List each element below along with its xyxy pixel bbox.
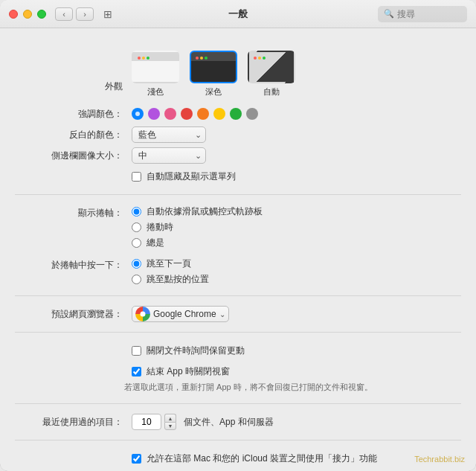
search-box[interactable]: 🔍: [378, 6, 467, 22]
scrollbar-scroll-row: 捲動時: [132, 221, 263, 234]
appearance-light[interactable]: 淺色: [132, 51, 179, 97]
browser-chevron-icon: ⌄: [219, 310, 225, 318]
auto-hide-menu-checkbox-row: 自動隱藏及顯示選單列: [132, 169, 236, 185]
default-browser-label: 預設網頁瀏覽器：: [15, 308, 123, 321]
accent-red[interactable]: [181, 108, 193, 120]
back-button[interactable]: ‹: [55, 7, 73, 21]
handoff-row: 允許在這部 Mac 和您的 iCloud 裝置之間使用「接力」功能: [0, 448, 476, 469]
stepper-down-button[interactable]: ▼: [164, 422, 176, 430]
appearance-dark-label: 深色: [205, 86, 222, 97]
show-scrollbars-label: 顯示捲軸：: [15, 205, 123, 220]
recent-items-input[interactable]: [132, 414, 161, 430]
show-scrollbars-options: 自動依據滑鼠或觸控式軌跡板 捲動時 總是: [132, 205, 263, 249]
minimize-button[interactable]: [23, 10, 32, 19]
divider-1: [15, 194, 461, 195]
sidebar-size-row: 側邊欄圖像大小： 中: [0, 145, 476, 166]
scrollbar-auto-radio[interactable]: [132, 207, 141, 217]
accent-orange[interactable]: [197, 108, 209, 120]
stepper-arrows: ▲ ▼: [164, 414, 176, 430]
divider-3: [15, 332, 461, 333]
restore-note: 若選取此選項，重新打開 App 時，將不會回復已打開的文件和視窗。: [0, 382, 476, 396]
default-browser-value: Google Chrome: [153, 309, 216, 319]
default-browser-select[interactable]: Google Chrome ⌄: [132, 306, 229, 322]
auto-hide-menu-row: 自動隱藏及顯示選單列: [0, 166, 476, 187]
recent-items-row: 最近使用過的項目： ▲ ▼ 個文件、App 和伺服器: [0, 411, 476, 432]
accent-pink[interactable]: [164, 108, 176, 120]
restore-windows-checkbox-row: 結束 App 時關閉視窗: [132, 364, 230, 379]
scrollbar-scroll-label: 捲動時: [147, 221, 173, 234]
handoff-checkbox-row: 允許在這部 Mac 和您的 iCloud 裝置之間使用「接力」功能: [132, 451, 377, 467]
scrollbar-auto-label: 自動依據滑鼠或觸控式軌跡板: [147, 205, 263, 218]
accent-color-options: [132, 108, 258, 120]
click-scrollbar-options: 跳至下一頁 跳至點按的位置: [132, 257, 209, 286]
scrollbar-auto-row: 自動依據滑鼠或觸控式軌跡板: [132, 205, 263, 218]
scrollbar-always-row: 總是: [132, 237, 263, 249]
click-location-radio[interactable]: [132, 275, 141, 284]
search-input[interactable]: [397, 9, 461, 19]
click-location-label: 跳至點按的位置: [147, 273, 209, 286]
chrome-icon: [135, 307, 150, 321]
close-windows-row: 關閉文件時詢問保留更動: [0, 340, 476, 361]
maximize-button[interactable]: [37, 10, 46, 19]
accent-green[interactable]: [230, 108, 242, 120]
default-browser-row: 預設網頁瀏覽器： Google Chrome ⌄: [0, 304, 476, 324]
divider-5: [15, 440, 461, 440]
stepper-up-button[interactable]: ▲: [164, 414, 176, 422]
close-button[interactable]: [9, 10, 18, 19]
restore-windows-row: 結束 App 時關閉視窗: [0, 361, 476, 382]
accent-purple[interactable]: [148, 108, 160, 120]
recent-items-stepper: ▲ ▼ 個文件、App 和伺服器: [132, 414, 274, 430]
click-next-page-row: 跳至下一頁: [132, 257, 209, 270]
highlight-color-select[interactable]: 藍色: [132, 126, 206, 143]
appearance-light-label: 淺色: [147, 86, 164, 97]
handoff-checkbox[interactable]: [132, 454, 141, 464]
close-windows-checkbox[interactable]: [132, 346, 141, 356]
sidebar-size-select-wrap: 中: [132, 147, 206, 164]
scrollbar-always-label: 總是: [147, 237, 164, 249]
restore-windows-checkbox[interactable]: [132, 367, 141, 377]
click-next-page-label: 跳至下一頁: [147, 257, 191, 270]
appearance-label: 外觀: [15, 80, 123, 97]
window-title: 一般: [228, 7, 248, 21]
handoff-text: 允許在這部 Mac 和您的 iCloud 裝置之間使用「接力」功能: [147, 452, 377, 465]
click-next-page-radio[interactable]: [132, 259, 141, 269]
divider-2: [15, 295, 461, 296]
appearance-options: 淺色 深色: [132, 51, 295, 97]
appearance-section: 外觀 淺色: [0, 43, 476, 103]
appearance-auto-thumb: [248, 51, 295, 83]
traffic-lights: [9, 10, 46, 19]
accent-color-label: 強調顏色：: [15, 108, 123, 121]
auto-hide-menu-checkbox[interactable]: [132, 172, 141, 182]
highlight-color-row: 反白的顏色： 藍色: [0, 124, 476, 145]
accent-color-row: 強調顏色：: [0, 103, 476, 124]
close-windows-checkbox-row: 關閉文件時詢問保留更動: [132, 343, 245, 359]
appearance-dark[interactable]: 深色: [190, 51, 237, 97]
watermark: Techrabbit.biz: [414, 455, 465, 464]
click-location-row: 跳至點按的位置: [132, 273, 209, 286]
appearance-auto[interactable]: 自動: [248, 51, 295, 97]
scrollbar-always-radio[interactable]: [132, 238, 141, 248]
forward-button[interactable]: ›: [76, 7, 94, 21]
titlebar: ‹ › ⊞ 一般 🔍: [0, 0, 476, 28]
sidebar-size-label: 側邊欄圖像大小：: [15, 150, 123, 162]
close-windows-text: 關閉文件時詢問保留更動: [147, 345, 245, 357]
search-icon: 🔍: [384, 9, 394, 19]
appearance-light-thumb: [132, 51, 179, 83]
appearance-dark-thumb: [190, 51, 237, 83]
recent-items-label: 最近使用過的項目：: [15, 416, 123, 429]
scrollbar-scroll-radio[interactable]: [132, 222, 141, 232]
appearance-auto-label: 自動: [263, 86, 280, 97]
preferences-content: 外觀 淺色: [0, 28, 476, 471]
accent-graphite[interactable]: [246, 108, 258, 120]
nav-buttons: ‹ ›: [55, 7, 94, 21]
restore-windows-text: 結束 App 時關閉視窗: [147, 365, 230, 378]
recent-items-suffix: 個文件、App 和伺服器: [184, 416, 274, 429]
sidebar-size-select[interactable]: 中: [132, 147, 206, 164]
click-scrollbar-row: 於捲軸中按一下： 跳至下一頁 跳至點按的位置: [0, 251, 476, 288]
highlight-color-select-wrap: 藍色: [132, 126, 206, 143]
accent-blue[interactable]: [132, 108, 144, 120]
click-scrollbar-label: 於捲軸中按一下：: [15, 257, 123, 272]
divider-4: [15, 403, 461, 404]
accent-yellow[interactable]: [213, 108, 225, 120]
grid-button[interactable]: ⊞: [100, 6, 116, 22]
